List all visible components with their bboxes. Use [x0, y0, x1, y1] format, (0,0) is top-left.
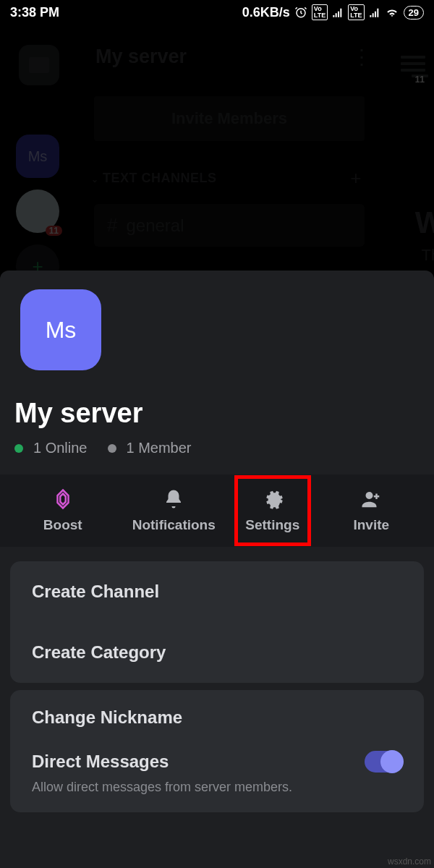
- text-channels-header[interactable]: ⌄ TEXT CHANNELS: [91, 171, 217, 186]
- boost-button[interactable]: Boost: [12, 479, 114, 542]
- dm-icon[interactable]: [19, 45, 59, 85]
- create-channel-button[interactable]: Create Channel: [10, 561, 424, 622]
- invite-button[interactable]: Invite: [320, 479, 422, 542]
- status-bar: 3:38 PM 0.6KB/s VoLTE VoLTE 29: [0, 0, 434, 25]
- invite-members-button[interactable]: Invite Members: [94, 96, 365, 141]
- dm-toggle[interactable]: [365, 751, 402, 773]
- member-count: 1 Member: [127, 440, 192, 456]
- options-group-2: Change Nickname Direct Messages Allow di…: [10, 690, 424, 812]
- menu-badge: 11: [412, 75, 428, 77]
- action-row: Boost Notifications Settings Invite: [0, 475, 434, 547]
- bg-server-title: My server: [95, 46, 187, 68]
- bell-icon: [163, 488, 184, 510]
- server-ms-icon[interactable]: Ms: [16, 135, 59, 178]
- sheet-status-row: 1 Online 1 Member: [14, 440, 192, 456]
- notifications-button[interactable]: Notifications: [123, 479, 224, 542]
- more-icon[interactable]: ⋮: [352, 45, 370, 69]
- add-channel-icon[interactable]: +: [350, 167, 362, 190]
- change-nickname-button[interactable]: Change Nickname: [10, 690, 424, 736]
- sheet-server-title: My server: [14, 398, 142, 429]
- lte-badge-1: VoLTE: [312, 4, 328, 20]
- channel-general[interactable]: # general: [94, 204, 365, 247]
- server-menu-sheet: Ms My server 1 Online 1 Member Boost Not…: [0, 271, 434, 868]
- gear-icon: [262, 488, 284, 510]
- server-badge: 11: [46, 226, 62, 236]
- signal-icon-2: [369, 7, 380, 18]
- boost-gem-icon: [52, 488, 74, 510]
- direct-messages-subtitle: Allow direct messages from server member…: [10, 777, 424, 812]
- online-dot-icon: [14, 444, 23, 453]
- settings-highlight: Settings: [234, 475, 311, 546]
- settings-button[interactable]: Settings: [238, 479, 307, 542]
- lte-badge-2: VoLTE: [348, 4, 364, 20]
- online-count: 1 Online: [33, 440, 88, 456]
- status-speed: 0.6KB/s: [242, 5, 290, 20]
- server-avatar-icon[interactable]: 11: [16, 190, 59, 233]
- status-right: 0.6KB/s VoLTE VoLTE 29: [242, 4, 424, 20]
- sheet-server-icon: Ms: [20, 289, 101, 370]
- options-group-1: Create Channel Create Category: [10, 561, 424, 683]
- watermark: wsxdn.com: [388, 856, 431, 867]
- dimmed-background: Ms 11 + My server ⋮ Invite Members ⌄ TEX…: [0, 25, 434, 271]
- this-fragment: This: [421, 246, 434, 265]
- channel-label: general: [126, 216, 184, 236]
- menu-icon[interactable]: 11: [401, 52, 425, 75]
- svg-point-1: [366, 492, 373, 499]
- add-server-icon[interactable]: +: [16, 244, 59, 271]
- welcome-fragment: We: [415, 205, 434, 240]
- battery-level: 29: [404, 6, 424, 20]
- wifi-icon: [385, 6, 399, 19]
- member-dot-icon: [108, 444, 116, 453]
- person-add-icon: [360, 488, 382, 510]
- signal-icon-1: [332, 7, 344, 18]
- hash-icon: #: [107, 214, 117, 237]
- direct-messages-label: Direct Messages: [32, 752, 169, 772]
- create-category-button[interactable]: Create Category: [10, 622, 424, 683]
- alarm-icon: [294, 6, 307, 19]
- status-time: 3:38 PM: [10, 5, 59, 20]
